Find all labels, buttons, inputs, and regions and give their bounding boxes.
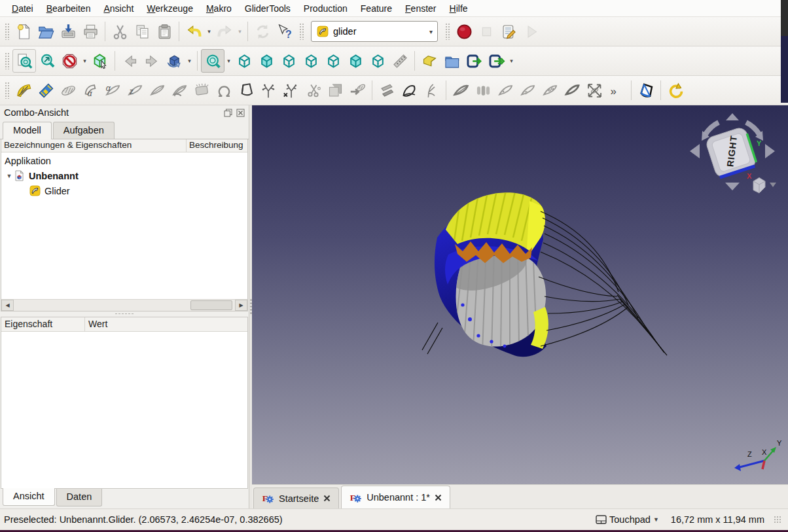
workbench-selector[interactable]: glider▾ — [311, 21, 438, 42]
cut-button[interactable] — [109, 20, 131, 43]
outline-tool-button[interactable] — [561, 79, 583, 101]
save-button[interactable] — [57, 20, 79, 43]
nav-back-button[interactable] — [118, 50, 141, 72]
aoa-tool-button[interactable]: α — [101, 79, 124, 101]
refresh-button[interactable] — [251, 20, 274, 43]
singleskin-tool-button[interactable] — [235, 79, 257, 101]
menu-makro[interactable]: Makro — [200, 2, 238, 15]
home-view-button[interactable] — [163, 50, 185, 72]
toolbar-drag-handle[interactable] — [5, 82, 9, 99]
fit-all-button[interactable] — [12, 49, 36, 73]
tree-expand-caret[interactable]: ▼ — [5, 173, 13, 179]
menu-werkzeuge[interactable]: Werkzeuge — [140, 2, 200, 15]
paste-button[interactable] — [153, 20, 175, 43]
ballooning-merge-button[interactable] — [450, 79, 472, 101]
macro-edit-button[interactable] — [497, 20, 520, 43]
view-top-button[interactable] — [278, 50, 300, 72]
tree-item-application[interactable]: Applikation — [1, 153, 247, 168]
menu-ansicht[interactable]: Ansicht — [97, 2, 140, 15]
undo-button[interactable] — [183, 20, 205, 43]
make-link-group-button[interactable] — [485, 50, 507, 72]
input-device-selector[interactable]: Touchpad — [609, 514, 651, 525]
span-shape-button[interactable] — [398, 79, 420, 101]
draw-style-button[interactable] — [201, 49, 224, 73]
attachment-point-button[interactable] — [213, 79, 235, 101]
menu-glidertools[interactable]: GliderTools — [238, 2, 297, 15]
print-button[interactable] — [79, 20, 101, 43]
make-link-button[interactable] — [463, 50, 485, 72]
airfoil-export-button[interactable] — [346, 79, 368, 101]
wing-detail-button[interactable] — [494, 79, 516, 101]
toolbar-overflow-button[interactable]: » — [605, 79, 628, 101]
tree-horizontal-scrollbar[interactable]: ◀ ▶ — [1, 299, 247, 311]
scrollbar-thumb[interactable] — [190, 300, 232, 310]
macro-record-button[interactable] — [453, 20, 475, 43]
toolbar-drag-handle[interactable] — [299, 23, 304, 40]
toolbar-drag-handle[interactable] — [445, 23, 450, 40]
airfoil-tool-button[interactable] — [57, 79, 79, 101]
scale-tool-button[interactable] — [583, 79, 605, 101]
nav-forward-button[interactable] — [141, 50, 163, 72]
fit-selection-button[interactable] — [36, 50, 58, 72]
color-tool-button[interactable] — [324, 79, 346, 101]
menu-bearbeiten[interactable]: Bearbeiten — [40, 2, 98, 15]
create-glider-button[interactable] — [12, 79, 35, 101]
create-part-button[interactable] — [418, 50, 440, 72]
tree-item-document[interactable]: ▼ Unbenannt — [1, 168, 247, 183]
panel-float-icon[interactable] — [223, 108, 233, 117]
clipping-plane-button-dropdown[interactable]: ▾ — [81, 58, 89, 64]
line-observe-button[interactable] — [279, 79, 302, 101]
macro-play-button[interactable] — [520, 20, 542, 43]
view-left-button[interactable] — [367, 50, 389, 72]
tab-unbenannt[interactable]: F Unbenannt : 1* — [341, 486, 450, 508]
toolbar-drag-handle[interactable] — [5, 52, 9, 69]
cell-tool-button[interactable] — [190, 79, 213, 101]
copy-button[interactable] — [131, 20, 153, 43]
toolbar-drag-handle[interactable] — [5, 23, 9, 40]
view-front-button[interactable] — [255, 50, 278, 72]
whats-this-button[interactable]: ? — [274, 20, 296, 43]
scroll-left-icon[interactable]: ◀ — [1, 300, 14, 311]
line-tool-button[interactable] — [257, 79, 279, 101]
create-group-button[interactable] — [440, 50, 463, 72]
import-export-glider-button[interactable] — [35, 79, 57, 101]
view-bottom-button[interactable] — [344, 50, 367, 72]
airfoil-merge-button[interactable] — [146, 79, 168, 101]
measure-button[interactable] — [389, 50, 411, 72]
seam-tool-button[interactable] — [516, 79, 539, 101]
draw-style-button-dropdown[interactable]: ▾ — [224, 58, 233, 64]
recompute-glider-button[interactable] — [664, 79, 687, 101]
tree-column-description[interactable]: Beschreibung — [187, 139, 247, 152]
menu-production[interactable]: Production — [297, 2, 354, 15]
tab-aufgaben[interactable]: Aufgaben — [53, 122, 115, 139]
resize-grip[interactable] — [774, 516, 781, 523]
new-document-button[interactable] — [12, 20, 35, 43]
clipping-plane-button[interactable] — [58, 50, 81, 72]
tab-daten[interactable]: Daten — [56, 489, 103, 506]
tree-item-glider[interactable]: Glider — [1, 183, 247, 198]
menu-hilfe[interactable]: Hilfe — [443, 2, 475, 15]
hole-tool-button[interactable] — [539, 79, 561, 101]
scroll-right-icon[interactable]: ▶ — [235, 300, 247, 311]
close-tab-icon[interactable] — [435, 494, 442, 501]
view-axonometric-button[interactable] — [233, 50, 255, 72]
shape-tool-button[interactable]: α — [79, 79, 101, 101]
box-selection-button[interactable] — [89, 50, 111, 72]
panel-splitter[interactable] — [0, 311, 249, 317]
redo-button-dropdown[interactable]: ▾ — [236, 28, 244, 35]
macro-stop-button[interactable] — [475, 20, 497, 43]
view-rear-button[interactable] — [322, 50, 344, 72]
redo-button[interactable] — [213, 20, 236, 43]
chevron-down-icon[interactable]: ▼ — [653, 516, 659, 523]
close-tab-icon[interactable] — [323, 495, 331, 502]
undo-button-dropdown[interactable]: ▾ — [205, 28, 213, 35]
tab-ansicht[interactable]: Ansicht — [3, 488, 55, 506]
open-document-button[interactable] — [35, 20, 57, 43]
menu-feature[interactable]: Feature — [354, 2, 399, 15]
panel-pattern-button[interactable] — [635, 79, 657, 101]
panel-close-icon[interactable] — [236, 108, 245, 117]
tab-modell[interactable]: Modell — [3, 122, 52, 139]
make-link-group-button-dropdown[interactable]: ▾ — [507, 58, 516, 64]
diagonals-tool-button[interactable] — [376, 79, 398, 101]
3d-viewport[interactable]: RIGHT Y X Z X Y — [252, 105, 788, 484]
